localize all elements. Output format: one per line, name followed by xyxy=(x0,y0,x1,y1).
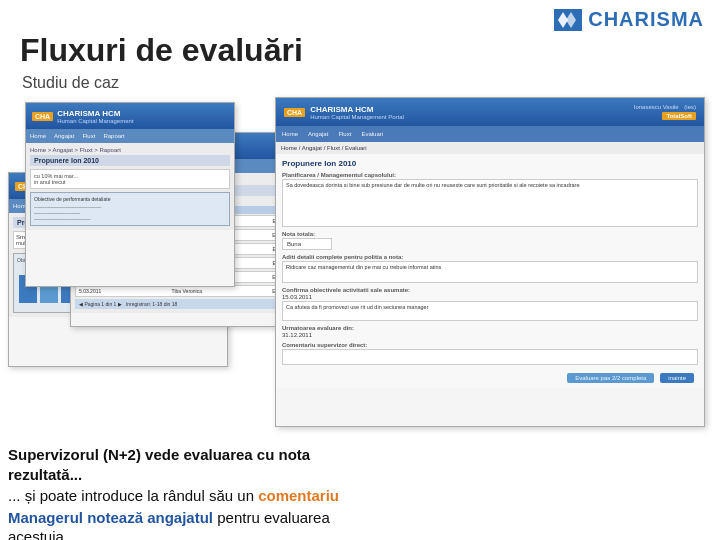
frame4-btn-inainte[interactable]: inainte xyxy=(660,373,694,383)
frame4-section4: Comentariu supervizor direct: xyxy=(282,342,698,365)
frame4-section3: Urmatoarea evaluare din: 31.12.2011 xyxy=(282,325,698,338)
frame4-user-info: Ionasescu Vasile (ies) xyxy=(634,104,696,110)
frame4-nota-label: Nota totala: xyxy=(282,231,698,237)
frame3-header-text: CHARISMA HCM xyxy=(57,109,133,118)
frame2-row6-name: Tiba Veronica xyxy=(172,288,202,294)
frame4-company: TotalSoft xyxy=(662,112,696,120)
screenshots-area: CHA CHARISMA HCM Human Capital Managemen… xyxy=(0,92,720,442)
frame4-section4-input[interactable] xyxy=(282,349,698,365)
bottom-line1: Supervizorul (N+2) vede evaluarea cu not… xyxy=(8,445,388,484)
svg-marker-1 xyxy=(566,12,576,28)
bottom-line2: ... și poate introduce la rândul său un … xyxy=(8,486,388,506)
frame4-section3-label: Urmatoarea evaluare din: xyxy=(282,325,698,331)
frame4-nav: Home Angajat Fluxt Evaluari xyxy=(276,126,704,142)
frame3-extra-rows: ─────────────────── ───────────── ──────… xyxy=(34,204,226,222)
frame4-nav-home[interactable]: Home xyxy=(282,131,298,137)
frame2-pagination: ◀ Pagina 1 din 1 ▶ Inregistrari: 1-18 di… xyxy=(75,299,285,309)
frame4-portal-subtitle: Human Capital Management Portal xyxy=(310,114,404,120)
frame4-col-left: Planificarea / Managementul capsolului: … xyxy=(282,172,698,369)
frame3-title: Propunere Ion 2010 xyxy=(30,155,230,166)
frame3-hcm-logo: CHA xyxy=(32,112,53,121)
frame4-breadcrumb: Home / Angajat / Fluxt / Evaluari xyxy=(276,142,704,154)
bottom-line2-text: ... și poate introduce la rândul său un xyxy=(8,487,254,504)
frame4-hcm-logo: CHA xyxy=(284,108,305,117)
frame3-content: cu 10% mai mar...in anul trecut xyxy=(30,169,230,189)
page-subtitle: Studiu de caz xyxy=(22,74,119,92)
frame4-header: CHA CHARISMA HCM Human Capital Managemen… xyxy=(276,98,704,126)
frame4-buttons: Evaluare pas 2/2 completa inainte xyxy=(282,373,698,383)
frame4-section4-label: Comentariu supervizor direct: xyxy=(282,342,698,348)
frame3-breadcrumb: Home > Angajat > Fluxt > Rapoart xyxy=(30,147,230,153)
bottom-line1-text: Supervizorul (N+2) vede evaluarea cu xyxy=(8,446,274,463)
bottom-line3: Managerul notează angajatul pentru evalu… xyxy=(8,508,388,541)
frame4-section1-text: Sa dovedeasca dorinta si bine sub presiu… xyxy=(282,179,698,227)
logo-text: CHARISMA xyxy=(588,8,704,31)
frame4-obs1-text: Ridicare caz managementul din pe mai cu … xyxy=(282,261,698,283)
frame3-extra-text: Obiective de performanta detaliate xyxy=(34,196,226,202)
frame3-nav: Home Angajat Fluxt Rapoart xyxy=(26,129,234,143)
frame4-section2: Confirma obiectivele activitatii sale as… xyxy=(282,287,698,321)
frame3-nav-home[interactable]: Home xyxy=(30,133,46,139)
bottom-text-area: Supervizorul (N+2) vede evaluarea cu not… xyxy=(8,445,388,540)
screen-frame-4: CHA CHARISMA HCM Human Capital Managemen… xyxy=(275,97,705,427)
frame4-section2-text: Ca afutea da fi promovezi use rit ud din… xyxy=(282,301,698,321)
frame4-header-text: CHARISMA HCM xyxy=(310,105,404,114)
frame4-login: (ies) xyxy=(684,104,696,110)
frame4-section2-label: Confirma obiectivele activitatii sale as… xyxy=(282,287,698,293)
frame4-section3-date: 31.12.2011 xyxy=(282,332,698,338)
frame4-nota-section: Nota totala: Buna xyxy=(282,231,698,250)
frame3-extra: Obiective de performanta detaliate ─────… xyxy=(30,192,230,226)
frame4-title: Propunere Ion 2010 xyxy=(282,159,698,168)
page-title: Fluxuri de evaluări xyxy=(20,32,303,69)
frame4-section2-date: 15.03.2011 xyxy=(282,294,698,300)
frame3-header: CHA CHARISMA HCM Human Capital Managemen… xyxy=(26,103,234,129)
logo-icon xyxy=(554,9,582,31)
frame4-nav-angajat[interactable]: Angajat xyxy=(308,131,328,137)
screen-frame-3: CHA CHARISMA HCM Human Capital Managemen… xyxy=(25,102,235,287)
frame4-obs1-section: Aditi detalii complete pentru politia a … xyxy=(282,254,698,283)
bottom-line3-text: Managerul notează angajatul xyxy=(8,509,213,526)
frame3-nav-fluxt[interactable]: Fluxt xyxy=(82,133,95,139)
frame4-section1-label: Planificarea / Managementul capsolului: xyxy=(282,172,698,178)
frame3-portal-subtitle: Human Capital Management xyxy=(57,118,133,124)
frame4-section1: Planificarea / Managementul capsolului: … xyxy=(282,172,698,227)
frame4-username: Ionasescu Vasile xyxy=(634,104,679,110)
frame4-nav-fluxt[interactable]: Fluxt xyxy=(338,131,351,137)
bottom-line2b-text: comentariu xyxy=(258,487,339,504)
frame4-nota-value: Buna xyxy=(282,238,332,250)
frame4-section-row1: Planificarea / Managementul capsolului: … xyxy=(282,172,698,369)
frame3-nav-rapoart[interactable]: Rapoart xyxy=(103,133,124,139)
frame4-btn-complete[interactable]: Evaluare pas 2/2 completa xyxy=(567,373,654,383)
frame3-nav-angajat[interactable]: Angajat xyxy=(54,133,74,139)
frame4-body: Propunere Ion 2010 Planificarea / Manage… xyxy=(276,154,704,388)
frame4-nav-evaluari[interactable]: Evaluari xyxy=(361,131,383,137)
frame4-obs1-label: Aditi detalii complete pentru politia a … xyxy=(282,254,698,260)
logo-area: CHARISMA xyxy=(554,8,704,31)
frame2-row6-date: 5.03.2011 xyxy=(79,288,101,294)
